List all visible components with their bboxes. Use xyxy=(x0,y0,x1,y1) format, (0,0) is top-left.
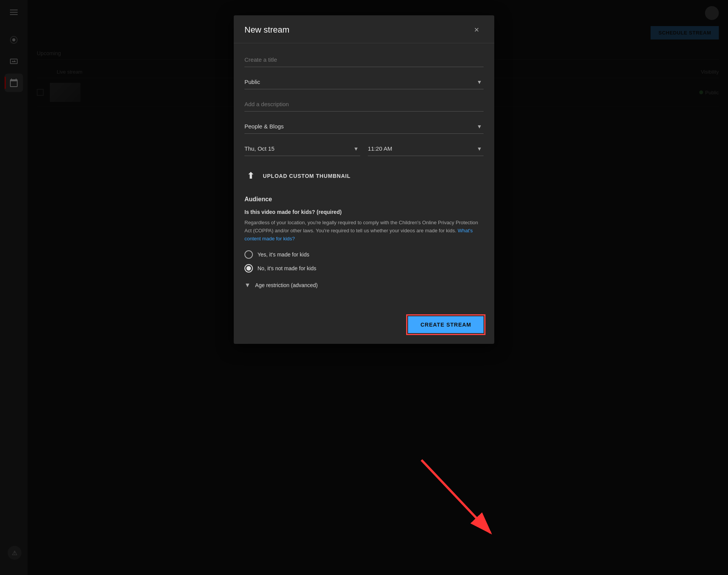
time-select[interactable]: 11:20 AM xyxy=(368,141,484,156)
modal-overlay: New stream × Public Private Unlisted ▼ xyxy=(0,0,728,575)
upload-icon: ⬆ xyxy=(244,170,257,182)
radio-yes-outer xyxy=(244,250,253,259)
audience-section: Audience Is this video made for kids? (r… xyxy=(244,196,484,301)
modal-footer: CREATE STREAM xyxy=(234,310,494,344)
kids-radio-group: Yes, it's made for kids No, it's not mad… xyxy=(244,250,484,273)
radio-no-inner xyxy=(246,266,251,271)
kids-question: Is this video made for kids? (required) xyxy=(244,209,484,215)
upload-thumbnail-button[interactable]: ⬆ UPLOAD CUSTOM THUMBNAIL xyxy=(244,167,484,185)
new-stream-modal: New stream × Public Private Unlisted ▼ xyxy=(234,15,494,344)
title-input[interactable] xyxy=(244,53,484,67)
category-select[interactable]: People & Blogs Gaming Music News & Polit… xyxy=(244,119,484,133)
modal-close-button[interactable]: × xyxy=(470,23,484,37)
time-select-wrapper: 11:20 AM ▼ xyxy=(368,141,484,156)
radio-yes-kids[interactable]: Yes, it's made for kids xyxy=(244,250,484,259)
description-input[interactable] xyxy=(244,97,484,112)
coppa-description: Regardless of your location, you're lega… xyxy=(244,219,484,243)
title-field xyxy=(244,53,484,67)
category-select-wrapper: People & Blogs Gaming Music News & Polit… xyxy=(244,119,484,134)
date-time-row: Thu, Oct 15 ▼ 11:20 AM ▼ xyxy=(244,141,484,156)
modal-title: New stream xyxy=(244,25,289,35)
date-select[interactable]: Thu, Oct 15 xyxy=(244,141,360,156)
visibility-select[interactable]: Public Private Unlisted xyxy=(244,75,484,89)
upload-thumbnail-label: UPLOAD CUSTOM THUMBNAIL xyxy=(263,173,351,179)
radio-no-outer xyxy=(244,264,253,273)
radio-yes-label: Yes, it's made for kids xyxy=(257,251,309,258)
date-select-wrapper: Thu, Oct 15 ▼ xyxy=(244,141,360,156)
radio-no-label: No, it's not made for kids xyxy=(257,265,316,271)
create-stream-button[interactable]: CREATE STREAM xyxy=(408,316,484,333)
modal-header: New stream × xyxy=(234,15,494,43)
description-field xyxy=(244,97,484,112)
age-restriction-row[interactable]: ▼ Age restriction (advanced) xyxy=(244,282,484,289)
modal-body: Public Private Unlisted ▼ People & Blogs… xyxy=(234,43,494,310)
age-restriction-chevron-icon: ▼ xyxy=(244,282,251,289)
radio-no-kids[interactable]: No, it's not made for kids xyxy=(244,264,484,273)
age-restriction-label: Age restriction (advanced) xyxy=(255,282,318,288)
audience-title: Audience xyxy=(244,196,484,203)
visibility-select-wrapper: Public Private Unlisted ▼ xyxy=(244,75,484,89)
